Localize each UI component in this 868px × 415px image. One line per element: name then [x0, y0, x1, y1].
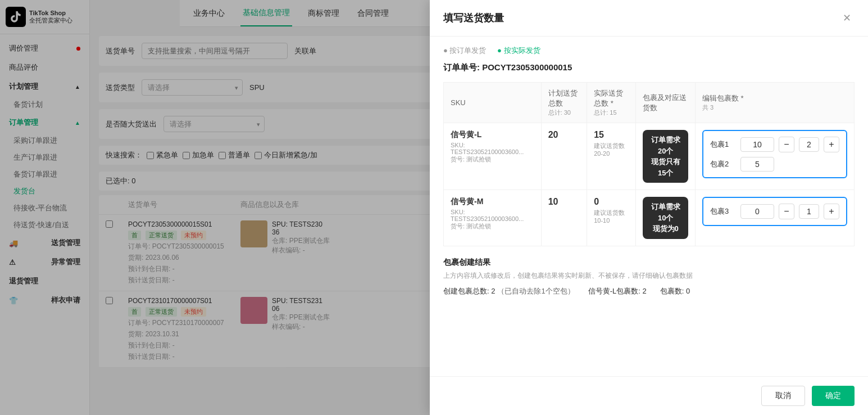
cancel-button[interactable]: 取消: [761, 386, 805, 406]
sku-code-1: SKU: TESTS23052100003600...: [451, 142, 534, 155]
pkg-total-value: 创建包裹总数: 2: [443, 286, 495, 296]
modal-close-button[interactable]: ✕: [839, 10, 855, 26]
sku-code-2: SKU: TESTS23052100003600...: [451, 209, 534, 222]
sku-name-2: 信号黄-M: [451, 197, 534, 207]
fill-quantity-modal: 填写送货数量 ✕ ● 按订单发货 ● 按实际发货 订单单号: POCYT2305…: [430, 0, 868, 415]
modal-body: ● 按订单发货 ● 按实际发货 订单单号: POCYT2305300000015…: [430, 37, 868, 376]
actual-cell-1: 15 建议送货数 20-20: [587, 123, 636, 190]
modal-footer: 取消 确定: [430, 376, 868, 415]
th-pkg-qty: 包裹及对应送货数: [636, 83, 696, 123]
pkg-sku2-item: 包裹数: 0: [660, 286, 690, 296]
pkg-label-1: 包裹1: [710, 139, 736, 150]
tooltip-cell-1: 订单需求20个现货只有15个: [636, 123, 696, 190]
pkg-plus-btn-1[interactable]: +: [824, 137, 839, 152]
range-2: 10-10: [594, 217, 629, 224]
pkg-total-item: 创建包裹总数: 2 （已自动去除1个空包）: [443, 286, 575, 296]
pkg-minus-btn-1[interactable]: −: [779, 137, 794, 152]
pkg-plus-btn-3[interactable]: +: [824, 204, 839, 219]
package-box-2: 包裹3 0 − 1 +: [702, 197, 847, 226]
tooltip-1: 订单需求20个现货只有15个: [643, 130, 688, 183]
goods-no-2: 货号: 测试抢锁: [451, 222, 534, 231]
pkg-count-3: 1: [799, 204, 819, 219]
range-1: 20-20: [594, 150, 629, 157]
pkg-label-3: 包裹3: [710, 206, 736, 216]
sku-row-2: 信号黄-M SKU: TESTS23052100003600... 货号: 测试…: [444, 190, 855, 246]
sku-cell-1: 信号黄-L SKU: TESTS23052100003600... 货号: 测试…: [444, 123, 542, 190]
radio-area: ● 按订单发货 ● 按实际发货: [443, 46, 855, 56]
confirm-button[interactable]: 确定: [812, 386, 855, 406]
actual-cell-2: 0 建议送货数 10-10: [587, 190, 636, 246]
pkg-qty-value-3: 0: [740, 204, 774, 219]
modal-header: 填写送货数量 ✕: [430, 0, 868, 37]
planned-cell-2: 10: [541, 190, 587, 246]
goods-no-1: 货号: 测试抢锁: [451, 155, 534, 164]
th-pkg-edit: 编辑包裹数 * 共 3: [695, 83, 854, 123]
package-result-section: 包裹创建结果 上方内容填入或修改后，创建包裹结果将实时刷新、不被保存，请仔细确认…: [443, 258, 855, 296]
pkg-result-stats: 创建包裹总数: 2 （已自动去除1个空包） 信号黄-L包裹数: 2 包裹数: 0: [443, 286, 855, 296]
tooltip-cell-2: 订单需求10个现货为0: [636, 190, 696, 246]
main-wrapper: 业务中心 基础信息管理 商标管理 合同管理 送货单号 关联单 送货类型 请选择 …: [90, 0, 868, 415]
modal-title: 填写送货数量: [443, 11, 504, 25]
pkg-result-desc: 上方内容填入或修改后，创建包裹结果将实时刷新、不被保存，请仔细确认包裹数据: [443, 271, 855, 281]
actual-qty-1: 15: [594, 130, 629, 140]
pkg-row-2: 包裹2 5: [710, 157, 839, 172]
planned-qty-1: 20: [548, 130, 580, 140]
pkg-row-3: 包裹3 0 − 1 +: [710, 204, 839, 219]
modal-overlay: 填写送货数量 ✕ ● 按订单发货 ● 按实际发货 订单单号: POCYT2305…: [90, 0, 868, 415]
pkg-sku1-value: 信号黄-L包裹数: 2: [588, 286, 647, 296]
th-sku: SKU: [444, 83, 542, 123]
pkg-sku1-item: 信号黄-L包裹数: 2: [588, 286, 647, 296]
order-number-label: 订单单号: POCYT2305300000015: [443, 62, 855, 73]
planned-qty-2: 10: [548, 197, 580, 207]
modal-sku-table: SKU 计划送货总数 总计: 30 实际送货总数 * 总计: 15 包裹及对应送…: [443, 82, 855, 246]
pkg-auto-remove: （已自动去除1个空包）: [497, 286, 574, 296]
pkg-qty-value-1: 10: [740, 137, 774, 152]
th-actual: 实际送货总数 * 总计: 15: [587, 83, 636, 123]
pkg-result-title: 包裹创建结果: [443, 258, 855, 268]
suggested-2: 建议送货数: [594, 209, 629, 217]
sku-cell-2: 信号黄-M SKU: TESTS23052100003600... 货号: 测试…: [444, 190, 542, 246]
planned-cell-1: 20: [541, 123, 587, 190]
pkg-qty-value-2: 5: [740, 157, 774, 172]
suggested-1: 建议送货数: [594, 142, 629, 150]
tooltip-2: 订单需求10个现货为0: [643, 197, 688, 239]
pkg-count-1: 2: [799, 137, 819, 152]
package-box-1: 包裹1 10 − 2 + 包裹2 5: [702, 130, 847, 178]
sku-row-1: 信号黄-L SKU: TESTS23052100003600... 货号: 测试…: [444, 123, 855, 190]
pkg-sku2-value: 包裹数: 0: [660, 286, 690, 296]
pkg-edit-cell-1: 包裹1 10 − 2 + 包裹2 5: [695, 123, 854, 190]
actual-qty-2: 0: [594, 197, 629, 207]
sku-name-1: 信号黄-L: [451, 130, 534, 140]
pkg-label-2: 包裹2: [710, 159, 736, 169]
pkg-row-1: 包裹1 10 − 2 +: [710, 137, 839, 152]
pkg-minus-btn-3[interactable]: −: [779, 204, 794, 219]
pkg-edit-cell-2: 包裹3 0 − 1 +: [695, 190, 854, 246]
th-planned: 计划送货总数 总计: 30: [541, 83, 587, 123]
